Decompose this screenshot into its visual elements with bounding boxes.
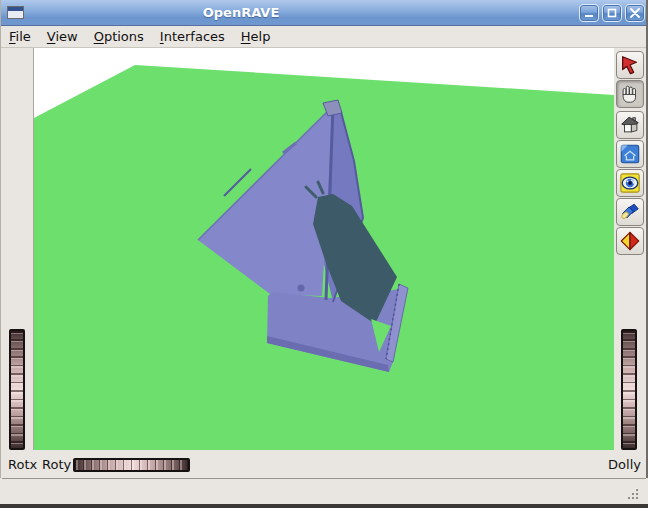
- home-view-icon: [619, 114, 641, 136]
- window-border-left: [0, 0, 1, 478]
- minimize-button[interactable]: [579, 4, 599, 22]
- menu-options[interactable]: Options: [86, 27, 152, 46]
- window-title: OpenRAVE: [24, 0, 458, 26]
- menu-file[interactable]: File: [1, 27, 39, 46]
- set-home-view-button[interactable]: [616, 140, 644, 168]
- seek-flashlight-icon: [619, 201, 641, 223]
- rotx-label: Rotx: [8, 450, 37, 478]
- status-bar: [1, 479, 646, 504]
- maximize-icon: [606, 8, 618, 18]
- scene-svg: [34, 48, 614, 450]
- resize-grip[interactable]: [625, 486, 639, 500]
- close-icon: [629, 8, 641, 18]
- cursor-pick-icon: [619, 54, 641, 76]
- left-panel: [1, 48, 33, 450]
- window-controls: [579, 4, 645, 22]
- minimize-icon: [583, 8, 595, 18]
- maximize-button[interactable]: [602, 4, 622, 22]
- titlebar[interactable]: OpenRAVE: [0, 0, 648, 26]
- window-border-bottom[interactable]: [0, 504, 648, 508]
- robot-circle-hole: [298, 285, 305, 292]
- set-home-view-icon: [619, 143, 641, 165]
- dolly-thumbwheel[interactable]: [621, 329, 637, 450]
- menubar: File View Options Interfaces Help: [1, 26, 646, 48]
- close-button[interactable]: [625, 4, 645, 22]
- view-mode-button[interactable]: [616, 80, 644, 108]
- window-icon: [7, 6, 24, 19]
- hand-view-icon: [619, 83, 641, 105]
- bottom-control-bar: Rotx Roty Dolly: [1, 450, 646, 478]
- seek-button[interactable]: [616, 198, 644, 226]
- menu-view[interactable]: View: [39, 27, 86, 46]
- view-all-button[interactable]: [616, 169, 644, 197]
- roty-label: Roty: [42, 450, 71, 478]
- roty-thumbwheel[interactable]: [73, 458, 190, 472]
- openrave-window: OpenRAVE File View Options Interfaces He…: [0, 0, 648, 508]
- rotx-thumbwheel[interactable]: [9, 329, 25, 450]
- camera-perspective-icon: [619, 230, 641, 252]
- viewport-3d[interactable]: [34, 48, 614, 450]
- camera-type-button[interactable]: [616, 227, 644, 255]
- pick-mode-button[interactable]: [616, 51, 644, 79]
- home-view-button[interactable]: [616, 111, 644, 139]
- right-toolbar: [614, 48, 646, 450]
- view-all-eye-icon: [619, 172, 641, 194]
- menu-interfaces[interactable]: Interfaces: [152, 27, 233, 46]
- dolly-label: Dolly: [608, 450, 641, 478]
- menu-help[interactable]: Help: [233, 27, 279, 46]
